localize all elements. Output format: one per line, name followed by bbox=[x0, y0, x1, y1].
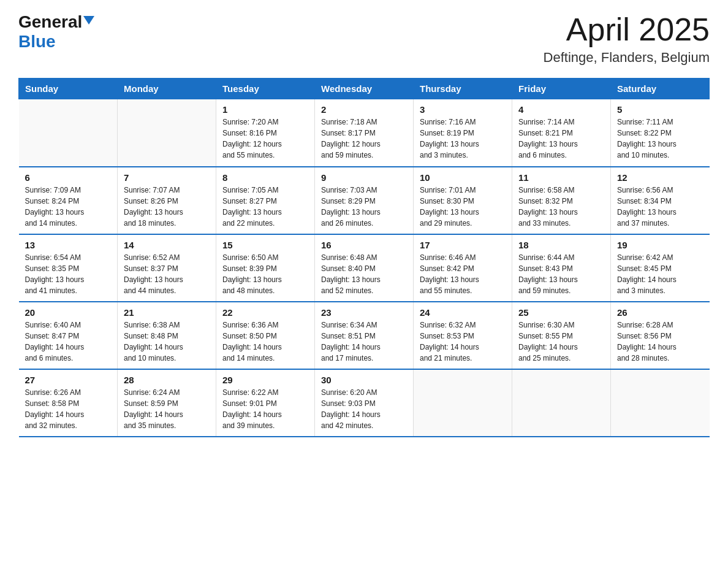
calendar-cell: 19Sunrise: 6:42 AM Sunset: 8:45 PM Dayli… bbox=[611, 234, 710, 302]
day-number: 23 bbox=[321, 307, 407, 318]
calendar-cell: 2Sunrise: 7:18 AM Sunset: 8:17 PM Daylig… bbox=[315, 99, 414, 167]
title-area: April 2025 Deftinge, Flanders, Belgium bbox=[544, 12, 710, 66]
day-of-week-header: Sunday bbox=[19, 79, 118, 99]
calendar-cell: 27Sunrise: 6:26 AM Sunset: 8:58 PM Dayli… bbox=[19, 369, 118, 437]
day-number: 14 bbox=[124, 240, 210, 250]
calendar-table: SundayMondayTuesdayWednesdayThursdayFrid… bbox=[18, 78, 710, 437]
calendar-cell: 4Sunrise: 7:14 AM Sunset: 8:21 PM Daylig… bbox=[512, 99, 611, 167]
day-info: Sunrise: 6:50 AM Sunset: 8:39 PM Dayligh… bbox=[222, 252, 308, 296]
day-of-week-header: Monday bbox=[118, 79, 216, 99]
day-number: 7 bbox=[124, 172, 210, 183]
calendar-cell: 5Sunrise: 7:11 AM Sunset: 8:22 PM Daylig… bbox=[611, 99, 710, 167]
calendar-cell: 1Sunrise: 7:20 AM Sunset: 8:16 PM Daylig… bbox=[216, 99, 315, 167]
location-title: Deftinge, Flanders, Belgium bbox=[544, 50, 710, 66]
day-info: Sunrise: 7:14 AM Sunset: 8:21 PM Dayligh… bbox=[518, 117, 604, 161]
day-info: Sunrise: 6:52 AM Sunset: 8:37 PM Dayligh… bbox=[124, 252, 210, 296]
calendar-cell bbox=[118, 99, 216, 167]
day-number: 8 bbox=[222, 172, 308, 183]
day-of-week-header: Wednesday bbox=[315, 79, 414, 99]
day-info: Sunrise: 6:38 AM Sunset: 8:48 PM Dayligh… bbox=[124, 320, 210, 364]
day-of-week-header: Thursday bbox=[414, 79, 512, 99]
day-number: 28 bbox=[124, 375, 210, 385]
day-info: Sunrise: 7:16 AM Sunset: 8:19 PM Dayligh… bbox=[420, 117, 506, 161]
day-info: Sunrise: 6:46 AM Sunset: 8:42 PM Dayligh… bbox=[420, 252, 506, 296]
day-info: Sunrise: 6:44 AM Sunset: 8:43 PM Dayligh… bbox=[518, 252, 604, 296]
calendar-cell: 24Sunrise: 6:32 AM Sunset: 8:53 PM Dayli… bbox=[414, 302, 512, 369]
calendar-cell bbox=[19, 99, 118, 167]
calendar-cell: 29Sunrise: 6:22 AM Sunset: 9:01 PM Dayli… bbox=[216, 369, 315, 437]
calendar-cell: 10Sunrise: 7:01 AM Sunset: 8:30 PM Dayli… bbox=[414, 167, 512, 234]
day-number: 4 bbox=[518, 104, 604, 115]
day-number: 5 bbox=[617, 104, 703, 115]
day-number: 29 bbox=[222, 375, 308, 385]
calendar-week-row: 20Sunrise: 6:40 AM Sunset: 8:47 PM Dayli… bbox=[19, 302, 710, 369]
day-number: 17 bbox=[420, 240, 506, 250]
day-info: Sunrise: 7:07 AM Sunset: 8:26 PM Dayligh… bbox=[124, 185, 210, 229]
day-of-week-header: Saturday bbox=[611, 79, 710, 99]
calendar-cell: 23Sunrise: 6:34 AM Sunset: 8:51 PM Dayli… bbox=[315, 302, 414, 369]
day-number: 24 bbox=[420, 307, 506, 318]
logo-triangle-icon bbox=[83, 16, 94, 25]
day-info: Sunrise: 7:03 AM Sunset: 8:29 PM Dayligh… bbox=[321, 185, 407, 229]
day-info: Sunrise: 6:20 AM Sunset: 9:03 PM Dayligh… bbox=[321, 387, 407, 431]
day-info: Sunrise: 6:30 AM Sunset: 8:55 PM Dayligh… bbox=[518, 320, 604, 364]
day-number: 15 bbox=[222, 240, 308, 250]
day-info: Sunrise: 6:40 AM Sunset: 8:47 PM Dayligh… bbox=[25, 320, 112, 364]
day-number: 10 bbox=[420, 172, 506, 183]
calendar-cell: 7Sunrise: 7:07 AM Sunset: 8:26 PM Daylig… bbox=[118, 167, 216, 234]
logo-blue-text: Blue bbox=[18, 32, 56, 51]
calendar-week-row: 6Sunrise: 7:09 AM Sunset: 8:24 PM Daylig… bbox=[19, 167, 710, 234]
calendar-cell: 14Sunrise: 6:52 AM Sunset: 8:37 PM Dayli… bbox=[118, 234, 216, 302]
day-of-week-header: Tuesday bbox=[216, 79, 315, 99]
day-of-week-header: Friday bbox=[512, 79, 611, 99]
calendar-cell bbox=[512, 369, 611, 437]
day-info: Sunrise: 7:18 AM Sunset: 8:17 PM Dayligh… bbox=[321, 117, 407, 161]
calendar-week-row: 13Sunrise: 6:54 AM Sunset: 8:35 PM Dayli… bbox=[19, 234, 710, 302]
day-number: 13 bbox=[25, 240, 112, 250]
day-number: 20 bbox=[25, 307, 112, 318]
day-number: 9 bbox=[321, 172, 407, 183]
calendar-cell: 3Sunrise: 7:16 AM Sunset: 8:19 PM Daylig… bbox=[414, 99, 512, 167]
calendar-cell: 12Sunrise: 6:56 AM Sunset: 8:34 PM Dayli… bbox=[611, 167, 710, 234]
day-number: 16 bbox=[321, 240, 407, 250]
calendar-cell: 8Sunrise: 7:05 AM Sunset: 8:27 PM Daylig… bbox=[216, 167, 315, 234]
day-info: Sunrise: 6:34 AM Sunset: 8:51 PM Dayligh… bbox=[321, 320, 407, 364]
day-number: 22 bbox=[222, 307, 308, 318]
day-info: Sunrise: 6:32 AM Sunset: 8:53 PM Dayligh… bbox=[420, 320, 506, 364]
day-info: Sunrise: 7:20 AM Sunset: 8:16 PM Dayligh… bbox=[222, 117, 308, 161]
day-number: 2 bbox=[321, 104, 407, 115]
day-number: 21 bbox=[124, 307, 210, 318]
day-number: 3 bbox=[420, 104, 506, 115]
calendar-week-row: 27Sunrise: 6:26 AM Sunset: 8:58 PM Dayli… bbox=[19, 369, 710, 437]
day-info: Sunrise: 6:42 AM Sunset: 8:45 PM Dayligh… bbox=[617, 252, 703, 296]
calendar-cell: 13Sunrise: 6:54 AM Sunset: 8:35 PM Dayli… bbox=[19, 234, 118, 302]
day-number: 18 bbox=[518, 240, 604, 250]
calendar-cell bbox=[414, 369, 512, 437]
day-info: Sunrise: 7:09 AM Sunset: 8:24 PM Dayligh… bbox=[25, 185, 112, 229]
day-number: 1 bbox=[222, 104, 308, 115]
calendar-cell: 11Sunrise: 6:58 AM Sunset: 8:32 PM Dayli… bbox=[512, 167, 611, 234]
day-number: 12 bbox=[617, 172, 703, 183]
day-number: 11 bbox=[518, 172, 604, 183]
calendar-cell: 21Sunrise: 6:38 AM Sunset: 8:48 PM Dayli… bbox=[118, 302, 216, 369]
day-info: Sunrise: 7:11 AM Sunset: 8:22 PM Dayligh… bbox=[617, 117, 703, 161]
logo: General Blue bbox=[18, 12, 94, 52]
calendar-cell bbox=[611, 369, 710, 437]
calendar-cell: 18Sunrise: 6:44 AM Sunset: 8:43 PM Dayli… bbox=[512, 234, 611, 302]
day-info: Sunrise: 6:56 AM Sunset: 8:34 PM Dayligh… bbox=[617, 185, 703, 229]
day-info: Sunrise: 6:28 AM Sunset: 8:56 PM Dayligh… bbox=[617, 320, 703, 364]
day-number: 25 bbox=[518, 307, 604, 318]
calendar-cell: 28Sunrise: 6:24 AM Sunset: 8:59 PM Dayli… bbox=[118, 369, 216, 437]
day-info: Sunrise: 6:58 AM Sunset: 8:32 PM Dayligh… bbox=[518, 185, 604, 229]
day-number: 6 bbox=[25, 172, 112, 183]
day-info: Sunrise: 6:48 AM Sunset: 8:40 PM Dayligh… bbox=[321, 252, 407, 296]
day-info: Sunrise: 7:05 AM Sunset: 8:27 PM Dayligh… bbox=[222, 185, 308, 229]
day-info: Sunrise: 6:22 AM Sunset: 9:01 PM Dayligh… bbox=[222, 387, 308, 431]
calendar-cell: 9Sunrise: 7:03 AM Sunset: 8:29 PM Daylig… bbox=[315, 167, 414, 234]
day-info: Sunrise: 7:01 AM Sunset: 8:30 PM Dayligh… bbox=[420, 185, 506, 229]
day-number: 19 bbox=[617, 240, 703, 250]
day-info: Sunrise: 6:36 AM Sunset: 8:50 PM Dayligh… bbox=[222, 320, 308, 364]
svg-marker-0 bbox=[83, 16, 94, 25]
calendar-cell: 30Sunrise: 6:20 AM Sunset: 9:03 PM Dayli… bbox=[315, 369, 414, 437]
calendar-cell: 22Sunrise: 6:36 AM Sunset: 8:50 PM Dayli… bbox=[216, 302, 315, 369]
